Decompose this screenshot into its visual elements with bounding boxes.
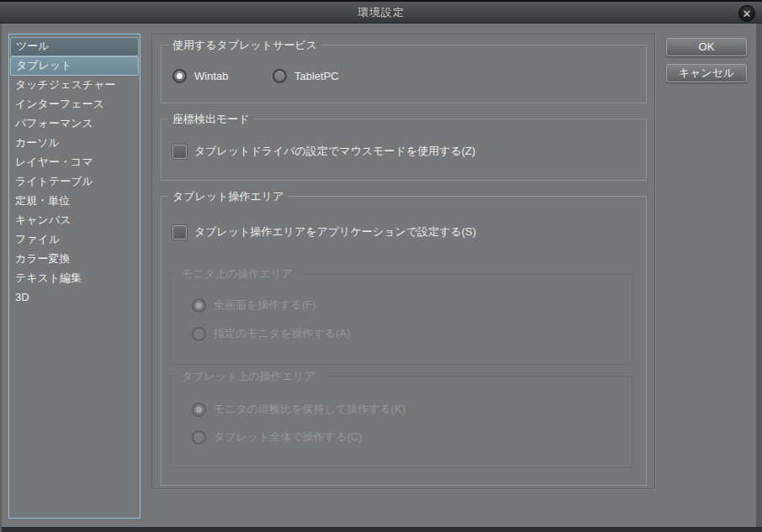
radio-label: モニタの縦横比を保持して操作する(K) [214, 402, 405, 417]
group-legend: タブレット上の操作エリア [177, 369, 320, 384]
fullscreen-option: 全画面を操作する(F) [192, 298, 316, 313]
keep-aspect-option: モニタの縦横比を保持して操作する(K) [192, 402, 405, 417]
group-tablet-surface: タブレット上の操作エリア モニタの縦横比を保持して操作する(K) タブレット全体… [170, 376, 632, 468]
whole-tablet-option: タブレット全体で操作する(C) [192, 429, 362, 445]
radio-icon [192, 430, 206, 445]
ok-button[interactable]: OK [666, 38, 747, 56]
sidebar-item-カーソル[interactable]: カーソル [10, 134, 139, 153]
radio-icon [192, 403, 206, 417]
radio-icon[interactable] [172, 69, 187, 83]
radio-label: 指定のモニタを操作する(A) [214, 326, 350, 341]
group-monitor-area: モニタ上の操作エリア 全画面を操作する(F) 指定のモニタを操作する(A) [170, 273, 632, 365]
sidebar-item-3D[interactable]: 3D [10, 288, 139, 308]
radio-icon [192, 298, 206, 313]
window-title: 環境設定 [357, 5, 405, 20]
tabletpc-option[interactable]: TabletPC [273, 69, 339, 83]
sidebar-item-キャンバス[interactable]: キャンバス [10, 211, 139, 230]
radio-label: Wintab [194, 70, 228, 82]
sidebar-item-ファイル[interactable]: ファイル [10, 230, 139, 250]
group-tablet-service: 使用するタブレットサービス Wintab TabletPC [161, 45, 647, 103]
sidebar-item-レイヤー・コマ[interactable]: レイヤー・コマ [10, 153, 139, 172]
radio-label: TabletPC [294, 70, 339, 82]
checkbox-icon[interactable] [172, 225, 187, 240]
radio-label: タブレット全体で操作する(C) [214, 429, 362, 445]
group-legend: タブレット操作エリア [168, 189, 288, 204]
checkbox-label: タブレット操作エリアをアプリケーションで設定する(S) [194, 224, 476, 240]
preferences-dialog: 環境設定 ✕ ツールタブレットタッチジェスチャーインターフェースパフォーマンスカ… [0, 0, 762, 532]
sidebar-item-タブレット[interactable]: タブレット [10, 56, 139, 76]
app-area-option[interactable]: タブレット操作エリアをアプリケーションで設定する(S) [172, 224, 476, 240]
category-list: ツールタブレットタッチジェスチャーインターフェースパフォーマンスカーソルレイヤー… [8, 34, 140, 519]
group-tablet-area: タブレット操作エリア タブレット操作エリアをアプリケーションで設定する(S) モ… [161, 196, 647, 486]
radio-icon[interactable] [273, 69, 287, 83]
wintab-option[interactable]: Wintab [172, 69, 228, 83]
cancel-button[interactable]: キャンセル [666, 64, 747, 82]
settings-panel: 使用するタブレットサービス Wintab TabletPC 座標検出モード タブ… [151, 34, 655, 489]
checkbox-icon[interactable] [172, 145, 187, 159]
title-bar[interactable]: 環境設定 ✕ [0, 0, 762, 24]
mouse-mode-option[interactable]: タブレットドライバの設定でマウスモードを使用する(Z) [172, 144, 475, 159]
close-icon[interactable]: ✕ [738, 5, 755, 22]
window-edge [756, 24, 762, 532]
radio-icon [192, 327, 206, 341]
sidebar-item-定規・単位[interactable]: 定規・単位 [10, 192, 139, 211]
group-coord-mode: 座標検出モード タブレットドライバの設定でマウスモードを使用する(Z) [161, 119, 647, 181]
sidebar-item-ライトテーブル[interactable]: ライトテーブル [10, 172, 139, 192]
sidebar-item-ツール[interactable]: ツール [10, 37, 139, 56]
sidebar-item-タッチジェスチャー[interactable]: タッチジェスチャー [10, 76, 139, 95]
sidebar-item-パフォーマンス[interactable]: パフォーマンス [10, 114, 139, 134]
specified-monitor-option: 指定のモニタを操作する(A) [192, 326, 350, 341]
radio-label: 全画面を操作する(F) [214, 298, 316, 313]
checkbox-label: タブレットドライバの設定でマウスモードを使用する(Z) [194, 144, 475, 159]
sidebar-item-テキスト編集[interactable]: テキスト編集 [10, 269, 139, 288]
group-legend: 使用するタブレットサービス [168, 38, 321, 53]
window-edge [0, 24, 2, 532]
window-edge [0, 527, 762, 532]
sidebar-item-インターフェース[interactable]: インターフェース [10, 95, 139, 114]
group-legend: モニタ上の操作エリア [177, 266, 297, 282]
group-legend: 座標検出モード [168, 112, 254, 127]
sidebar-item-カラー変換[interactable]: カラー変換 [10, 250, 139, 269]
